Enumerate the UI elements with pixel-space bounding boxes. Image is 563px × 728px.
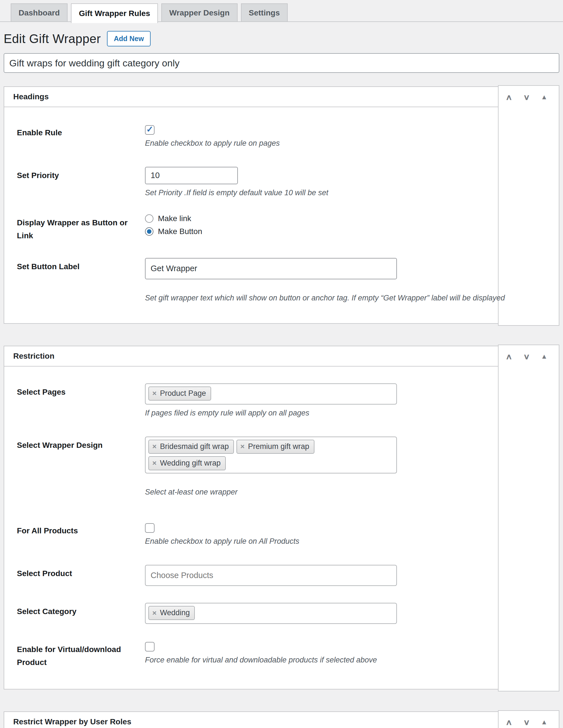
- selected-tag: × Wedding gift wrap: [148, 456, 226, 470]
- field-help-text: Enable checkbox to apply rule on pages: [145, 138, 546, 149]
- select-product-row: Select Product Choose Products: [17, 565, 546, 586]
- move-down-icon[interactable]: ∨: [523, 352, 530, 360]
- field-label: Select Wrapper Design: [17, 437, 145, 452]
- move-up-icon[interactable]: ∧: [505, 718, 512, 726]
- move-up-icon[interactable]: ∧: [505, 93, 512, 101]
- field-help-text: Force enable for virtual and downloadabl…: [145, 655, 546, 666]
- field-help-text: Set Priority .If field is empty default …: [145, 188, 546, 198]
- tag-label: Bridesmaid gift wrap: [160, 442, 229, 451]
- tag-label: Premium gift wrap: [248, 442, 310, 451]
- metabox-title: Headings: [13, 92, 49, 101]
- field-label: Enable Rule: [17, 124, 145, 139]
- field-label: Select Product: [17, 565, 145, 580]
- user-roles-metabox: ∧ ∨ ▲ Restrict Wrapper by User Roles Sel…: [4, 711, 559, 728]
- metabox-handle-actions: ∧ ∨ ▲: [505, 87, 548, 107]
- restriction-metabox-content: Select Pages × Product Page If pages fil…: [4, 367, 559, 689]
- metabox-title: Restrict Wrapper by User Roles: [13, 717, 131, 726]
- tag-label: Wedding gift wrap: [160, 459, 221, 468]
- select-pages-row: Select Pages × Product Page If pages fil…: [17, 383, 546, 419]
- headings-metabox-content: Enable Rule ✓ Enable checkbox to apply r…: [4, 107, 559, 323]
- add-new-button[interactable]: Add New: [107, 31, 151, 46]
- metabox-handle-actions: ∧ ∨ ▲: [505, 346, 548, 367]
- toggle-panel-icon[interactable]: ▲: [541, 719, 548, 725]
- radio-label: Make link: [158, 214, 191, 223]
- wrapper-design-multiselect[interactable]: × Bridesmaid gift wrap × Premium gift wr…: [145, 437, 397, 473]
- toggle-panel-icon[interactable]: ▲: [541, 353, 548, 360]
- all-products-checkbox[interactable]: [145, 523, 154, 533]
- remove-tag-icon[interactable]: ×: [240, 443, 244, 450]
- tab-settings[interactable]: Settings: [241, 3, 288, 21]
- field-help-text: Set gift wrapper text which will show on…: [145, 293, 546, 304]
- restriction-metabox: ∧ ∨ ▲ Restriction Select Pages × Product…: [4, 346, 559, 689]
- enable-rule-checkbox[interactable]: ✓: [145, 125, 154, 135]
- remove-tag-icon[interactable]: ×: [152, 443, 156, 450]
- headings-metabox-header: Headings: [4, 87, 559, 107]
- move-up-icon[interactable]: ∧: [505, 352, 512, 360]
- remove-tag-icon[interactable]: ×: [152, 459, 156, 467]
- tag-label: Wedding: [160, 608, 190, 617]
- make-link-radio-option[interactable]: Make link: [145, 214, 546, 223]
- select-wrapper-design-row: Select Wrapper Design × Bridesmaid gift …: [17, 437, 546, 498]
- multiselect-placeholder: Choose Products: [148, 571, 213, 580]
- field-label: Enable for Virtual/download Product: [17, 641, 145, 669]
- field-help-text: Select at-least one wrapper: [145, 487, 546, 498]
- metabox-handle-actions: ∧ ∨ ▲: [505, 712, 548, 728]
- restriction-metabox-header: Restriction: [4, 346, 559, 367]
- page-header: Edit Gift Wrapper Add New: [4, 31, 557, 46]
- field-help-text: If pages filed is empty rule will apply …: [145, 408, 546, 419]
- radio-checked-icon[interactable]: [145, 227, 153, 236]
- remove-tag-icon[interactable]: ×: [152, 609, 156, 617]
- checkmark-icon: ✓: [146, 125, 153, 134]
- user-roles-metabox-header: Restrict Wrapper by User Roles: [4, 712, 559, 728]
- for-all-products-row: For All Products Enable checkbox to appl…: [17, 522, 546, 547]
- field-label: Select Category: [17, 603, 145, 618]
- remove-tag-icon[interactable]: ×: [152, 390, 156, 397]
- set-button-label-row: Set Button Label Set gift wrapper text w…: [17, 258, 546, 304]
- field-label: For All Products: [17, 522, 145, 537]
- virtual-product-checkbox[interactable]: [145, 642, 154, 651]
- move-down-icon[interactable]: ∨: [523, 93, 530, 101]
- display-wrapper-row: Display Wrapper as Button or Link Make l…: [17, 214, 546, 242]
- rule-title-input[interactable]: [4, 53, 559, 73]
- button-label-input[interactable]: [145, 258, 397, 279]
- select-category-row: Select Category × Wedding: [17, 603, 546, 624]
- set-priority-row: Set Priority Set Priority .If field is e…: [17, 167, 546, 198]
- field-label: Display Wrapper as Button or Link: [17, 214, 145, 242]
- tab-dashboard[interactable]: Dashboard: [11, 3, 68, 21]
- virtual-product-row: Enable for Virtual/download Product Forc…: [17, 641, 546, 669]
- toggle-panel-icon[interactable]: ▲: [541, 94, 548, 100]
- selected-tag: × Bridesmaid gift wrap: [148, 440, 234, 454]
- priority-input[interactable]: [145, 167, 238, 184]
- page-title: Edit Gift Wrapper: [4, 32, 101, 46]
- select-category-multiselect[interactable]: × Wedding: [145, 603, 397, 624]
- radio-unchecked-icon[interactable]: [145, 214, 153, 223]
- move-down-icon[interactable]: ∨: [523, 718, 530, 726]
- tab-bar: Dashboard Gift Wrapper Rules Wrapper Des…: [0, 0, 563, 22]
- metabox-title: Restriction: [13, 352, 54, 361]
- selected-tag: × Product Page: [148, 387, 211, 401]
- selected-tag: × Wedding: [148, 606, 195, 620]
- tab-wrapper-design[interactable]: Wrapper Design: [161, 3, 237, 21]
- field-label: Select Pages: [17, 383, 145, 399]
- enable-rule-row: Enable Rule ✓ Enable checkbox to apply r…: [17, 124, 546, 149]
- field-help-text: Enable checkbox to apply rule on All Pro…: [145, 536, 546, 547]
- tag-label: Product Page: [160, 389, 206, 398]
- selected-tag: × Premium gift wrap: [236, 440, 315, 454]
- select-product-multiselect[interactable]: Choose Products: [145, 565, 397, 586]
- field-label: Set Button Label: [17, 258, 145, 273]
- field-label: Set Priority: [17, 167, 145, 182]
- select-pages-multiselect[interactable]: × Product Page: [145, 383, 397, 405]
- tab-gift-wrapper-rules[interactable]: Gift Wrapper Rules: [71, 3, 158, 23]
- headings-metabox: ∧ ∨ ▲ Headings Enable Rule ✓ Enable chec…: [4, 86, 559, 324]
- radio-label: Make Button: [158, 227, 202, 236]
- make-button-radio-option[interactable]: Make Button: [145, 227, 546, 236]
